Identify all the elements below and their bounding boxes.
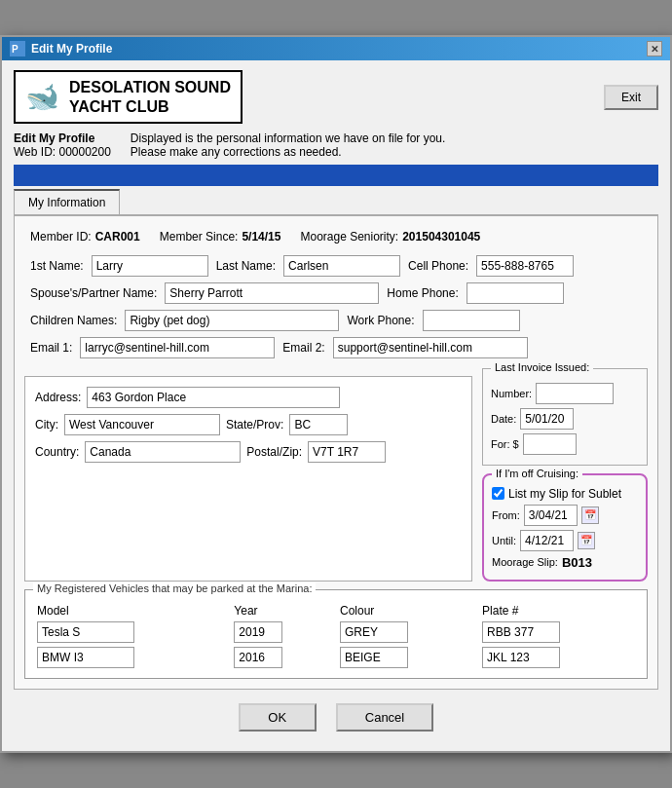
vehicle-model-input-0[interactable] <box>37 621 134 643</box>
col-colour: Colour <box>336 602 478 619</box>
until-label: Until: <box>492 535 516 546</box>
address-label: Address: <box>35 391 81 404</box>
vehicle-model-input-1[interactable] <box>37 647 134 668</box>
until-calendar-icon[interactable]: 📅 <box>578 532 595 549</box>
state-input[interactable] <box>289 414 348 435</box>
lastname-label: Last Name: <box>216 259 276 273</box>
col-plate: Plate # <box>478 602 639 619</box>
member-id-label: Member ID: <box>30 230 92 244</box>
lastname-input[interactable] <box>283 255 400 277</box>
title-bar: P Edit My Profile ✕ <box>2 37 670 60</box>
main-content: Member ID: CAR001 Member Since: 5/14/15 … <box>14 215 658 690</box>
tab-my-information[interactable]: My Information <box>14 189 120 214</box>
svg-text:P: P <box>12 44 19 55</box>
last-invoice-panel: Last Invoice Issued: Number: Date: For: … <box>482 368 648 466</box>
vehicle-year-input-1[interactable] <box>234 647 282 668</box>
firstname-label: 1st Name: <box>30 259 84 273</box>
close-button[interactable]: ✕ <box>647 41 662 56</box>
sublet-checkbox[interactable] <box>492 487 504 500</box>
desc-line1: Displayed is the personal information we… <box>131 131 446 145</box>
main-window: P Edit My Profile ✕ 🐋 DESOLATION SOUND Y… <box>0 35 672 752</box>
invoice-for-label: For: $ <box>491 438 519 450</box>
from-calendar-icon[interactable]: 📅 <box>581 507 599 524</box>
state-label: State/Prov: <box>226 418 283 432</box>
children-input[interactable] <box>125 310 339 331</box>
window-icon: P <box>10 41 25 56</box>
vehicle-plate-input-1[interactable] <box>482 647 560 668</box>
invoice-legend: Last Invoice Issued: <box>491 361 593 373</box>
country-row: Country: Postal/Zip: <box>35 441 462 463</box>
web-id-label: Web ID: 00000200 <box>14 145 111 159</box>
exit-button[interactable]: Exit <box>604 85 658 110</box>
invoice-for-input[interactable] <box>523 433 577 455</box>
invoice-date-input[interactable] <box>520 408 574 430</box>
vehicle-row-1 <box>33 645 639 670</box>
window-title: Edit My Profile <box>31 42 112 56</box>
vehicles-header-row: Model Year Colour Plate # <box>33 602 639 619</box>
email1-input[interactable] <box>80 337 275 358</box>
postal-input[interactable] <box>308 441 386 463</box>
vehicle-colour-input-0[interactable] <box>340 621 408 643</box>
children-row: Children Names: Work Phone: <box>24 310 648 331</box>
country-input[interactable] <box>85 441 241 463</box>
address-panels-section: Address: City: State/Prov: Country: Post… <box>24 368 648 582</box>
vehicle-colour-input-1[interactable] <box>340 647 408 668</box>
tab-bar: My Information <box>14 186 658 215</box>
email-row: Email 1: Email 2: <box>24 337 648 358</box>
work-label: Work Phone: <box>347 314 414 327</box>
sublet-label: List my Slip for Sublet <box>508 487 621 501</box>
vehicle-row-0 <box>33 619 639 645</box>
children-label: Children Names: <box>30 314 117 327</box>
member-id-value: CAR001 <box>95 230 140 244</box>
until-input[interactable] <box>520 530 574 551</box>
invoice-number-label: Number: <box>491 388 532 399</box>
member-info-row: Member ID: CAR001 Member Since: 5/14/15 … <box>24 226 648 247</box>
email1-label: Email 1: <box>30 341 72 355</box>
home-label: Home Phone: <box>387 286 458 300</box>
header-section: 🐋 DESOLATION SOUND YACHT CLUB Exit <box>14 70 658 123</box>
vehicle-plate-input-0[interactable] <box>482 621 560 643</box>
name-row: 1st Name: Last Name: Cell Phone: <box>24 255 648 277</box>
col-model: Model <box>33 602 230 619</box>
spouse-label: Spouse's/Partner Name: <box>30 286 157 300</box>
cell-label: Cell Phone: <box>408 259 468 273</box>
from-input[interactable] <box>524 505 578 526</box>
edit-profile-label: Edit My Profile <box>14 131 111 145</box>
bottom-buttons: OK Cancel <box>14 690 658 741</box>
email2-label: Email 2: <box>282 341 324 355</box>
invoice-number-input[interactable] <box>536 383 614 404</box>
seniority-value: 201504301045 <box>402 230 480 244</box>
address-box: Address: City: State/Prov: Country: Post… <box>24 376 472 582</box>
vehicle-year-input-0[interactable] <box>234 621 282 643</box>
member-since-value: 5/14/15 <box>242 230 280 244</box>
vehicles-legend: My Registered Vehicles that may be parke… <box>33 582 316 594</box>
right-panels: Last Invoice Issued: Number: Date: For: … <box>482 368 648 582</box>
spouse-input[interactable] <box>165 282 379 304</box>
member-since-label: Member Since: <box>160 230 239 244</box>
city-input[interactable] <box>64 414 220 435</box>
work-input[interactable] <box>423 310 520 331</box>
vehicles-section: My Registered Vehicles that may be parke… <box>24 589 648 679</box>
invoice-date-label: Date: <box>491 413 516 425</box>
cell-input[interactable] <box>476 255 574 277</box>
logo-text: DESOLATION SOUND YACHT CLUB <box>69 78 231 115</box>
orca-icon: 🐋 <box>25 81 59 113</box>
profile-info-row: Edit My Profile Web ID: 00000200 Display… <box>14 131 658 159</box>
home-input[interactable] <box>467 282 564 304</box>
spouse-row: Spouse's/Partner Name: Home Phone: <box>24 282 648 304</box>
postal-label: Postal/Zip: <box>246 445 302 459</box>
ok-button[interactable]: OK <box>239 703 317 732</box>
address-row: Address: <box>35 387 462 408</box>
window-body: 🐋 DESOLATION SOUND YACHT CLUB Exit Edit … <box>2 60 670 750</box>
moorage-label: Moorage Slip: <box>492 556 558 568</box>
address-input[interactable] <box>87 387 340 408</box>
city-row: City: State/Prov: <box>35 414 462 435</box>
country-label: Country: <box>35 445 79 459</box>
seniority-label: Moorage Seniority: <box>300 230 398 244</box>
cancel-button[interactable]: Cancel <box>336 703 433 732</box>
vehicles-table: Model Year Colour Plate # <box>33 602 639 670</box>
logo-box: 🐋 DESOLATION SOUND YACHT CLUB <box>14 70 243 123</box>
email2-input[interactable] <box>333 337 528 358</box>
firstname-input[interactable] <box>92 255 208 277</box>
cruising-legend: If I'm off Cruising: <box>492 468 582 479</box>
